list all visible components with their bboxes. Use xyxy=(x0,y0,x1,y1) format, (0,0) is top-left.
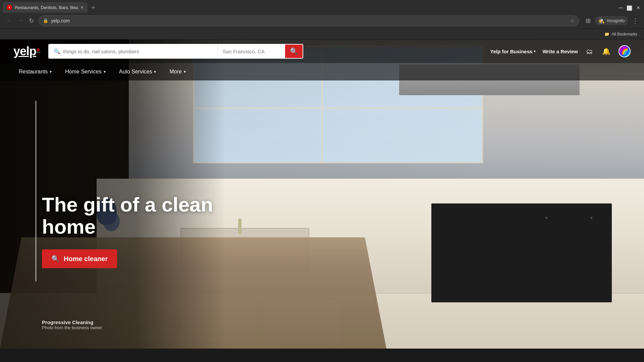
browser-chrome: Restaurants, Dentists, Bars, Bea × + ─ ⬜… xyxy=(0,0,644,40)
tab-close-button[interactable]: × xyxy=(81,5,84,10)
search-bar: 🔍 🔍 xyxy=(48,44,303,59)
cart-icon: 🗂 xyxy=(586,48,593,55)
header-right: Yelp for Business ▾ Write a Review 🗂 🔔 🌈 xyxy=(490,45,631,57)
extensions-button[interactable]: ⊞ xyxy=(584,16,592,26)
hero-content: The gift of a clean home 🔍 Home cleaner … xyxy=(0,80,644,349)
bookmarks-bar: 📁 All Bookmarks xyxy=(0,29,644,40)
refresh-button[interactable]: ↻ xyxy=(27,16,36,26)
restaurants-label: Restaurants xyxy=(19,69,48,75)
nav-more[interactable]: More ▾ xyxy=(164,66,191,77)
bell-icon: 🔔 xyxy=(602,48,610,55)
home-services-label: Home Services xyxy=(65,69,101,75)
close-window-button[interactable]: × xyxy=(635,3,641,13)
nav-restaurants[interactable]: Restaurants ▾ xyxy=(13,66,57,77)
window-controls: ─ ⬜ × xyxy=(617,3,641,13)
hero-headline-line1: The gift of a clean xyxy=(42,193,213,216)
yelp-header: yelp ✳ 🔍 🔍 Yelp for Business ▾ W xyxy=(0,40,644,63)
toolbar-right: ⊞ 🕵️ Incognito ⋮ xyxy=(584,15,640,26)
more-arrow-icon: ▾ xyxy=(184,69,186,74)
write-review-label: Write a Review xyxy=(542,49,578,54)
hero-text-area: The gift of a clean home 🔍 Home cleaner xyxy=(42,194,213,268)
tab-title: Restaurants, Dentists, Bars, Bea xyxy=(15,5,78,10)
order-cart-button[interactable]: 🗂 xyxy=(585,46,594,57)
yelp-page: yelp ✳ 🔍 🔍 Yelp for Business ▾ W xyxy=(0,40,644,349)
all-bookmarks-button[interactable]: 📁 All Bookmarks xyxy=(602,31,640,38)
menu-button[interactable]: ⋮ xyxy=(631,15,640,26)
navigation-controls: ← → ↻ xyxy=(4,16,36,26)
forward-button[interactable]: → xyxy=(15,16,25,25)
photo-credit-business: Progressive Cleaning xyxy=(42,319,102,325)
all-bookmarks-label: All Bookmarks xyxy=(611,32,637,37)
back-button[interactable]: ← xyxy=(4,16,14,25)
bookmark-star-icon[interactable]: ☆ xyxy=(570,17,575,24)
active-tab[interactable]: Restaurants, Dentists, Bars, Bea × xyxy=(3,2,88,13)
home-cleaner-cta-label: Home cleaner xyxy=(64,255,108,263)
incognito-hat-icon: 🕵️ xyxy=(598,17,605,24)
user-avatar-button[interactable]: 🌈 xyxy=(619,45,631,57)
write-review-link[interactable]: Write a Review xyxy=(542,49,578,54)
minimize-button[interactable]: ─ xyxy=(617,3,624,13)
search-button[interactable]: 🔍 xyxy=(285,45,303,58)
new-tab-button[interactable]: + xyxy=(89,3,98,13)
location-input[interactable] xyxy=(223,49,280,54)
search-button-icon: 🔍 xyxy=(290,47,298,55)
yelp-for-business-link[interactable]: Yelp for Business ▾ xyxy=(490,49,536,54)
photo-credit-sub: Photo from the business owner xyxy=(42,325,102,330)
yelp-nav: Restaurants ▾ Home Services ▾ Auto Servi… xyxy=(0,63,644,80)
lock-icon: 🔒 xyxy=(43,18,48,23)
search-input[interactable] xyxy=(63,49,213,54)
search-icon: 🔍 xyxy=(54,48,60,55)
more-label: More xyxy=(169,69,181,75)
avatar-icon: 🌈 xyxy=(621,48,628,55)
yelp-logo-text: yelp xyxy=(13,44,36,58)
incognito-label: Incognito xyxy=(607,18,625,23)
url-display: yelp.com xyxy=(51,18,567,23)
tab-favicon xyxy=(7,5,12,10)
location-input-area[interactable] xyxy=(218,45,285,58)
yelp-for-business-label: Yelp for Business xyxy=(490,49,533,54)
nav-auto-services[interactable]: Auto Services ▾ xyxy=(114,66,162,77)
restaurants-arrow-icon: ▾ xyxy=(50,69,52,74)
photo-credit: Progressive Cleaning Photo from the busi… xyxy=(42,319,102,330)
home-cleaner-cta-button[interactable]: 🔍 Home cleaner xyxy=(42,249,117,268)
notifications-button[interactable]: 🔔 xyxy=(601,46,612,57)
auto-services-arrow-icon: ▾ xyxy=(154,69,156,74)
yelp-burst-icon: ✳ xyxy=(36,47,40,53)
maximize-button[interactable]: ⬜ xyxy=(625,4,634,12)
yelp-for-business-arrow-icon: ▾ xyxy=(534,49,536,54)
folder-icon: 📁 xyxy=(604,32,609,37)
hero-headline: The gift of a clean home xyxy=(42,194,213,238)
search-main-input-area[interactable]: 🔍 xyxy=(49,45,218,58)
tab-bar: Restaurants, Dentists, Bars, Bea × + ─ ⬜… xyxy=(0,0,644,13)
auto-services-label: Auto Services xyxy=(119,69,152,75)
address-bar-row: ← → ↻ 🔒 yelp.com ☆ ⊞ 🕵️ Incognito ⋮ xyxy=(0,13,644,29)
left-accent-bar xyxy=(35,101,37,282)
hero-headline-line2: home xyxy=(42,216,96,238)
yelp-logo[interactable]: yelp ✳ xyxy=(13,44,40,58)
incognito-badge[interactable]: 🕵️ Incognito xyxy=(595,16,628,25)
address-bar[interactable]: 🔒 yelp.com ☆ xyxy=(39,15,579,26)
home-services-arrow-icon: ▾ xyxy=(104,69,106,74)
nav-home-services[interactable]: Home Services ▾ xyxy=(60,66,111,77)
home-cleaner-cta-icon: 🔍 xyxy=(51,255,60,263)
